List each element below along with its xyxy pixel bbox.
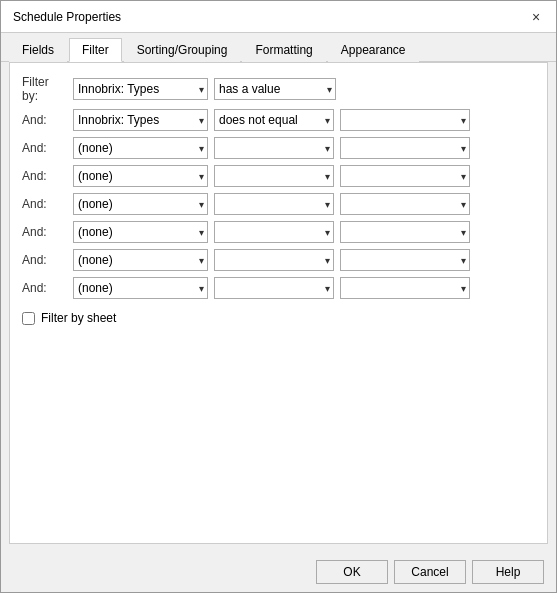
- and-label-2: And:: [22, 141, 67, 155]
- filter-condition-wrapper-0: has a value: [214, 78, 336, 100]
- close-button[interactable]: ×: [528, 9, 544, 25]
- filter-condition-select-2[interactable]: [214, 137, 334, 159]
- filter-row-5: And: (none): [22, 221, 535, 243]
- and-label-5: And:: [22, 225, 67, 239]
- filter-condition-select-3[interactable]: [214, 165, 334, 187]
- filter-value-select-5[interactable]: [340, 221, 470, 243]
- and-label-1: And:: [22, 113, 67, 127]
- filter-value-wrapper-1: [340, 109, 470, 131]
- filter-by-sheet-label: Filter by sheet: [41, 311, 116, 325]
- filter-condition-wrapper-2: [214, 137, 334, 159]
- filter-condition-select-5[interactable]: [214, 221, 334, 243]
- filter-value-wrapper-3: [340, 165, 470, 187]
- filter-value-select-1[interactable]: [340, 109, 470, 131]
- filter-row-2: And: (none): [22, 137, 535, 159]
- filter-field-select-6[interactable]: (none): [73, 249, 208, 271]
- filter-field-select-2[interactable]: (none): [73, 137, 208, 159]
- filter-value-wrapper-2: [340, 137, 470, 159]
- title-bar: Schedule Properties ×: [1, 1, 556, 33]
- filter-condition-select-6[interactable]: [214, 249, 334, 271]
- dialog: Schedule Properties × Fields Filter Sort…: [0, 0, 557, 593]
- filter-condition-select-4[interactable]: [214, 193, 334, 215]
- filter-value-select-7[interactable]: [340, 277, 470, 299]
- and-label-3: And:: [22, 169, 67, 183]
- filter-row-1: And: Innobrix: Types does not equal: [22, 109, 535, 131]
- filter-condition-wrapper-6: [214, 249, 334, 271]
- filter-condition-wrapper-3: [214, 165, 334, 187]
- footer: OK Cancel Help: [1, 552, 556, 592]
- filter-row-6: And: (none): [22, 249, 535, 271]
- filter-row-7: And: (none): [22, 277, 535, 299]
- filter-field-select-1[interactable]: Innobrix: Types: [73, 109, 208, 131]
- filter-field-wrapper-5: (none): [73, 221, 208, 243]
- filter-by-sheet-row: Filter by sheet: [22, 311, 535, 325]
- filter-condition-wrapper-5: [214, 221, 334, 243]
- filter-condition-wrapper-1: does not equal: [214, 109, 334, 131]
- filter-field-select-4[interactable]: (none): [73, 193, 208, 215]
- filter-field-select-5[interactable]: (none): [73, 221, 208, 243]
- filter-field-wrapper-4: (none): [73, 193, 208, 215]
- filter-value-wrapper-4: [340, 193, 470, 215]
- filter-condition-select-7[interactable]: [214, 277, 334, 299]
- cancel-button[interactable]: Cancel: [394, 560, 466, 584]
- dialog-title: Schedule Properties: [13, 10, 121, 24]
- filter-value-select-4[interactable]: [340, 193, 470, 215]
- filter-row-0: Filter by: Innobrix: Types has a value: [22, 75, 535, 103]
- help-button[interactable]: Help: [472, 560, 544, 584]
- filter-field-wrapper-2: (none): [73, 137, 208, 159]
- filter-value-select-6[interactable]: [340, 249, 470, 271]
- filter-row-3: And: (none): [22, 165, 535, 187]
- and-label-6: And:: [22, 253, 67, 267]
- filter-field-wrapper-7: (none): [73, 277, 208, 299]
- filter-value-wrapper-6: [340, 249, 470, 271]
- filter-by-sheet-checkbox[interactable]: [22, 312, 35, 325]
- tab-filter[interactable]: Filter: [69, 38, 122, 62]
- tab-content: Filter by: Innobrix: Types has a value A…: [9, 62, 548, 544]
- filter-field-wrapper-0: Innobrix: Types: [73, 78, 208, 100]
- and-label-7: And:: [22, 281, 67, 295]
- ok-button[interactable]: OK: [316, 560, 388, 584]
- and-label-4: And:: [22, 197, 67, 211]
- filter-condition-select-1[interactable]: does not equal: [214, 109, 334, 131]
- tab-formatting[interactable]: Formatting: [242, 38, 325, 62]
- filter-field-select-3[interactable]: (none): [73, 165, 208, 187]
- filter-condition-wrapper-7: [214, 277, 334, 299]
- tab-sorting-grouping[interactable]: Sorting/Grouping: [124, 38, 241, 62]
- filter-condition-wrapper-4: [214, 193, 334, 215]
- filter-value-wrapper-7: [340, 277, 470, 299]
- filter-condition-select-0[interactable]: has a value: [214, 78, 336, 100]
- tabs-container: Fields Filter Sorting/Grouping Formattin…: [1, 33, 556, 62]
- filter-value-select-2[interactable]: [340, 137, 470, 159]
- filter-row-4: And: (none): [22, 193, 535, 215]
- filter-by-label: Filter by:: [22, 75, 67, 103]
- filter-field-select-7[interactable]: (none): [73, 277, 208, 299]
- filter-field-wrapper-6: (none): [73, 249, 208, 271]
- filter-field-select-0[interactable]: Innobrix: Types: [73, 78, 208, 100]
- filter-value-select-3[interactable]: [340, 165, 470, 187]
- tab-fields[interactable]: Fields: [9, 38, 67, 62]
- filter-field-wrapper-3: (none): [73, 165, 208, 187]
- tab-appearance[interactable]: Appearance: [328, 38, 419, 62]
- filter-value-wrapper-5: [340, 221, 470, 243]
- filter-field-wrapper-1: Innobrix: Types: [73, 109, 208, 131]
